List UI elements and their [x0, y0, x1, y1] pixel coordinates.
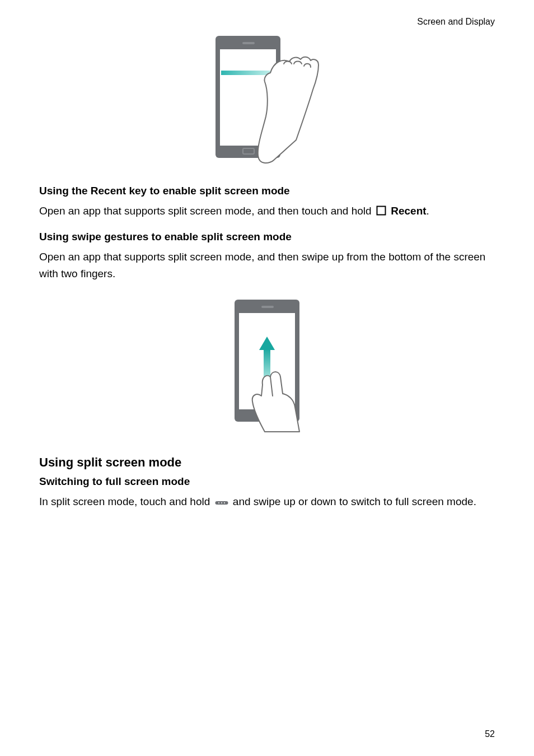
recent-key-icon: [376, 204, 387, 221]
text-recent-c: .: [427, 205, 429, 217]
text-recent-bold: Recent: [391, 205, 426, 217]
svg-rect-8: [261, 306, 274, 308]
split-handle-icon: [214, 495, 229, 511]
text-switch-b: and swipe up or down to switch to full s…: [233, 496, 476, 507]
heading-switching-full-screen: Switching to full screen mode: [39, 475, 495, 488]
page-number: 52: [485, 729, 495, 739]
heading-swipe-gestures: Using swipe gestures to enable split scr…: [39, 231, 495, 243]
svg-rect-4: [221, 71, 270, 75]
text-switch-a: In split screen mode, touch and hold: [39, 496, 213, 507]
paragraph-swipe-gestures: Open an app that supports split screen m…: [39, 249, 495, 282]
svg-point-14: [221, 502, 222, 503]
svg-rect-2: [242, 42, 255, 44]
paragraph-recent-key: Open an app that supports split screen m…: [39, 203, 495, 221]
paragraph-switching-full-screen: In split screen mode, touch and hold and…: [39, 493, 495, 511]
heading-using-split-screen: Using split screen mode: [39, 455, 495, 470]
svg-point-15: [223, 502, 224, 503]
figure-knuckle-gesture: [39, 32, 495, 169]
text-recent-a: Open an app that supports split screen m…: [39, 205, 374, 217]
page: Screen and Display: [0, 0, 534, 756]
svg-rect-5: [377, 207, 385, 215]
figure-two-finger-swipe: [39, 296, 495, 438]
header-section-label: Screen and Display: [39, 17, 495, 27]
svg-point-13: [218, 502, 219, 503]
heading-recent-key: Using the Recent key to enable split scr…: [39, 185, 495, 197]
